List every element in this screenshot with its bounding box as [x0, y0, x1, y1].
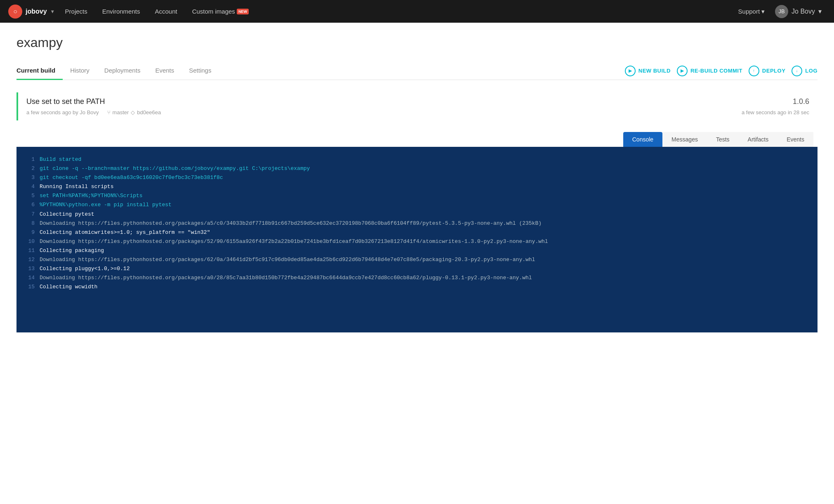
line-number: 6: [25, 200, 35, 210]
line-text: %PYTHON%\python.exe -m pip install pytes…: [40, 200, 172, 210]
brand-logo: ○: [8, 5, 22, 19]
line-number: 10: [25, 237, 35, 246]
new-badge: NEW: [237, 9, 249, 14]
build-info-left: Use set to set the PATH a few seconds ag…: [26, 97, 742, 115]
upload-icon: ↑: [749, 66, 759, 76]
log-button[interactable]: ↓ LOG: [792, 66, 818, 76]
line-text: Collecting packaging: [40, 246, 104, 255]
nav-custom-images[interactable]: Custom images NEW: [185, 0, 256, 23]
console-line: 11Collecting packaging: [25, 246, 809, 255]
build-info-right: 1.0.6 a few seconds ago in 28 sec: [742, 97, 809, 115]
nav-environments[interactable]: Environments: [95, 0, 148, 23]
line-text: Collecting atomicwrites>=1.0; sys_platfo…: [40, 228, 210, 237]
console-tab-artifacts[interactable]: Artifacts: [739, 132, 778, 147]
user-caret-icon: ▾: [818, 7, 822, 15]
avatar: JB: [775, 5, 788, 18]
console-line: 13Collecting pluggy<1.0,>=0.12: [25, 264, 809, 273]
line-text: Downloading https://files.pythonhosted.o…: [40, 255, 535, 264]
brand[interactable]: ○ jobovy ▾: [8, 5, 54, 19]
line-number: 9: [25, 228, 35, 237]
commit-icon: ◇: [131, 109, 135, 115]
build-version: 1.0.6: [742, 97, 809, 106]
line-number: 1: [25, 155, 35, 164]
page-title: exampy: [16, 35, 818, 50]
rebuild-commit-button[interactable]: ▶ RE-BUILD COMMIT: [677, 66, 742, 76]
support-menu[interactable]: Support ▾: [734, 8, 769, 15]
console-line: 2git clone -q --branch=master https://gi…: [25, 164, 809, 173]
user-menu[interactable]: JB Jo Bovy ▾: [771, 5, 826, 18]
line-text: Build started: [40, 155, 81, 164]
brand-name: jobovy: [26, 8, 47, 15]
build-author: a few seconds ago by Jo Bovy: [26, 109, 99, 115]
console-line: 10 Downloading https://files.pythonhoste…: [25, 237, 809, 246]
console-tab-events[interactable]: Events: [777, 132, 813, 147]
tab-events[interactable]: Events: [148, 62, 181, 80]
line-number: 8: [25, 219, 35, 228]
nav-links: Projects Environments Account Custom ima…: [58, 0, 734, 23]
console-line: 4Running Install scripts: [25, 182, 809, 191]
navbar: ○ jobovy ▾ Projects Environments Account…: [0, 0, 834, 23]
line-number: 7: [25, 210, 35, 219]
line-text: Collecting pluggy<1.0,>=0.12: [40, 264, 130, 273]
build-title: Use set to set the PATH: [26, 97, 742, 106]
tabs-bar: Current build History Deployments Events…: [16, 62, 818, 80]
console-line: 1Build started: [25, 155, 809, 164]
console-tab-console[interactable]: Console: [623, 132, 662, 147]
console-tabs: Console Messages Tests Artifacts Events: [16, 132, 818, 147]
nav-account[interactable]: Account: [147, 0, 184, 23]
tab-current-build[interactable]: Current build: [16, 62, 63, 80]
console-line: 7Collecting pytest: [25, 210, 809, 219]
console-output: 1Build started2git clone -q --branch=mas…: [16, 147, 818, 332]
nav-right: Support ▾ JB Jo Bovy ▾: [734, 5, 826, 18]
build-meta: a few seconds ago by Jo Bovy ⑂ master ◇ …: [26, 109, 742, 115]
tab-settings[interactable]: Settings: [181, 62, 219, 80]
console-line: 12 Downloading https://files.pythonhoste…: [25, 255, 809, 264]
line-text: git clone -q --branch=master https://git…: [40, 164, 310, 173]
line-number: 2: [25, 164, 35, 173]
console-line: 5set PATH=%PATH%;%PYTHON%\Scripts: [25, 191, 809, 200]
line-text: Downloading https://files.pythonhosted.o…: [40, 237, 548, 246]
tab-history[interactable]: History: [63, 62, 97, 80]
line-text: Downloading https://files.pythonhosted.o…: [40, 273, 532, 283]
play2-icon: ▶: [677, 66, 688, 76]
line-text: set PATH=%PATH%;%PYTHON%\Scripts: [40, 191, 143, 200]
build-info-card: Use set to set the PATH a few seconds ag…: [16, 92, 818, 120]
line-number: 3: [25, 173, 35, 182]
download-icon: ↓: [792, 66, 802, 76]
tab-deployments[interactable]: Deployments: [97, 62, 148, 80]
console-line: 9Collecting atomicwrites>=1.0; sys_platf…: [25, 228, 809, 237]
line-number: 12: [25, 255, 35, 264]
play-icon: ▶: [625, 66, 636, 76]
deploy-button[interactable]: ↑ DEPLOY: [749, 66, 785, 76]
new-build-button[interactable]: ▶ NEW BUILD: [625, 66, 671, 76]
console-tab-messages[interactable]: Messages: [662, 132, 707, 147]
tabs-left: Current build History Deployments Events…: [16, 62, 625, 80]
build-time: a few seconds ago in 28 sec: [742, 109, 809, 115]
page-container: exampy Current build History Deployments…: [0, 23, 834, 345]
brand-caret-icon: ▾: [51, 9, 54, 14]
line-number: 4: [25, 182, 35, 191]
tabs-actions: ▶ NEW BUILD ▶ RE-BUILD COMMIT ↑ DEPLOY ↓…: [625, 66, 818, 76]
line-number: 11: [25, 246, 35, 255]
support-caret-icon: ▾: [761, 8, 765, 15]
console-line: 3git checkout -qf bd0ee6ea8a63c9c16020c7…: [25, 173, 809, 182]
build-branch: ⑂ master ◇ bd0ee6ea: [107, 109, 161, 115]
console-line: 8 Downloading https://files.pythonhosted…: [25, 219, 809, 228]
line-text: Downloading https://files.pythonhosted.o…: [40, 219, 542, 228]
branch-icon: ⑂: [107, 109, 111, 115]
line-number: 15: [25, 283, 35, 292]
user-name: Jo Bovy: [792, 8, 815, 15]
line-number: 5: [25, 191, 35, 200]
nav-projects[interactable]: Projects: [58, 0, 95, 23]
console-line: 14 Downloading https://files.pythonhoste…: [25, 273, 809, 283]
line-text: Collecting wcwidth: [40, 283, 97, 292]
line-text: git checkout -qf bd0ee6ea8a63c9c16020c7f…: [40, 173, 223, 182]
console-tab-tests[interactable]: Tests: [707, 132, 739, 147]
console-line: 6%PYTHON%\python.exe -m pip install pyte…: [25, 200, 809, 210]
line-number: 14: [25, 273, 35, 283]
line-text: Collecting pytest: [40, 210, 94, 219]
line-number: 13: [25, 264, 35, 273]
line-text: Running Install scripts: [40, 182, 113, 191]
console-line: 15Collecting wcwidth: [25, 283, 809, 292]
